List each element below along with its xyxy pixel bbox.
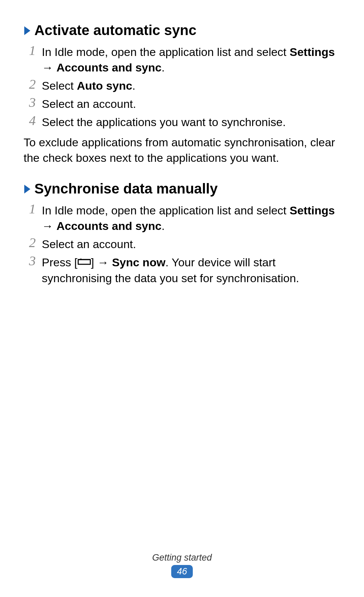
section-activate-automatic-sync: Activate automatic sync 1 In Idle mode, …: [24, 22, 340, 166]
step-item: 3 Press [] → Sync now. Your device will …: [26, 255, 340, 287]
step-item: 1 In Idle mode, open the application lis…: [26, 44, 340, 76]
page-footer: Getting started 46: [0, 553, 364, 578]
chevron-right-icon: [24, 182, 32, 197]
step-number: 1: [26, 202, 38, 216]
step-number: 3: [26, 253, 38, 268]
step-number: 2: [26, 77, 38, 92]
section-heading: Synchronise data manually: [24, 181, 340, 197]
step-item: 4 Select the applications you want to sy…: [26, 115, 340, 130]
step-text: Select Auto sync.: [42, 78, 135, 94]
step-text: In Idle mode, open the application list …: [42, 44, 340, 76]
chevron-right-icon: [24, 24, 32, 38]
step-number: 4: [26, 113, 38, 128]
step-number: 3: [26, 95, 38, 110]
step-item: 2 Select Auto sync.: [26, 78, 340, 94]
step-number: 1: [26, 43, 38, 58]
step-list: 1 In Idle mode, open the application lis…: [26, 44, 340, 130]
step-item: 2 Select an account.: [26, 237, 340, 252]
step-item: 3 Select an account.: [26, 96, 340, 112]
section-title: Synchronise data manually: [34, 181, 218, 197]
step-text: Select an account.: [42, 237, 136, 252]
section-synchronise-data-manually: Synchronise data manually 1 In Idle mode…: [24, 181, 340, 287]
step-list: 1 In Idle mode, open the application lis…: [26, 203, 340, 287]
step-item: 1 In Idle mode, open the application lis…: [26, 203, 340, 234]
menu-icon: [78, 255, 91, 270]
footer-section-label: Getting started: [0, 553, 364, 563]
step-number: 2: [26, 235, 38, 250]
step-text: In Idle mode, open the application list …: [42, 203, 340, 234]
page-number-badge: 46: [171, 565, 193, 578]
section-title: Activate automatic sync: [34, 22, 196, 38]
step-text: Press [] → Sync now. Your device will st…: [42, 255, 340, 287]
manual-page: Activate automatic sync 1 In Idle mode, …: [0, 0, 364, 597]
step-text: Select an account.: [42, 96, 136, 112]
section-heading: Activate automatic sync: [24, 22, 340, 38]
body-paragraph: To exclude applications from automatic s…: [24, 135, 340, 166]
step-text: Select the applications you want to sync…: [42, 115, 286, 130]
